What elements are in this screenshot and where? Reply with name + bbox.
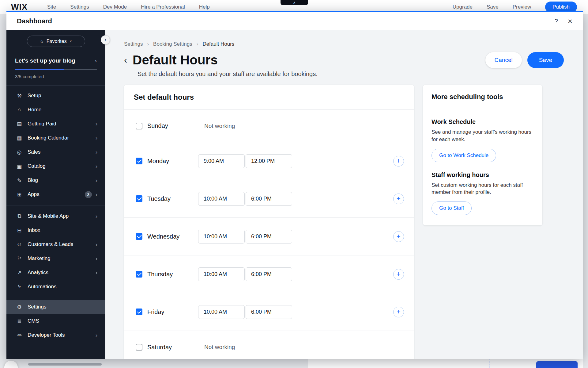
sidebar-item-setup[interactable]: ⚒ Setup <box>6 89 105 103</box>
end-time-input[interactable] <box>246 267 292 281</box>
end-time-input[interactable] <box>246 305 292 319</box>
chevron-right-icon: › <box>96 177 97 184</box>
saturday-checkbox[interactable] <box>136 344 142 351</box>
sunday-checkbox[interactable] <box>136 123 142 129</box>
time-range <box>198 230 292 243</box>
hours-row-thursday: Thursday + <box>124 255 414 293</box>
favorites-button[interactable]: ☆ Favorites ∨ <box>27 36 85 47</box>
sidebar-item-catalog[interactable]: ▣ Catalog › <box>6 159 105 173</box>
sidebar-item-label: Marketing <box>28 255 51 262</box>
friday-checkbox[interactable] <box>136 309 142 315</box>
add-time-slot-button[interactable]: + <box>393 156 404 167</box>
upgrade-link[interactable]: Upgrade <box>453 4 473 10</box>
sidebar-item-getting-paid[interactable]: ▤ Getting Paid › <box>6 117 105 131</box>
editor-menu-help[interactable]: Help <box>199 4 210 10</box>
modal-header: Dashboard ? × <box>6 12 583 30</box>
time-range <box>198 267 292 281</box>
help-icon[interactable]: ? <box>555 18 558 25</box>
sidebar-item-site-mobile-app[interactable]: ⧉ Site & Mobile App › <box>6 209 105 223</box>
sidebar-item-sales[interactable]: ◎ Sales › <box>6 145 105 159</box>
sidebar-item-home[interactable]: ⌂ Home <box>6 103 105 117</box>
start-time-input[interactable] <box>198 192 245 206</box>
section-body: See and manage your staff's working hour… <box>432 128 534 143</box>
editor-menu-site[interactable]: Site <box>47 4 56 10</box>
monday-checkbox[interactable] <box>136 158 142 164</box>
help-bubble[interactable] <box>4 361 18 368</box>
chevron-right-icon: › <box>96 332 97 339</box>
go-to-work-schedule-button[interactable]: Go to Work Schedule <box>432 149 496 162</box>
start-time-input[interactable] <box>198 305 245 319</box>
wix-logo: WIX <box>11 2 28 12</box>
editor-menu-dev-mode[interactable]: Dev Mode <box>103 4 127 10</box>
thursday-checkbox[interactable] <box>136 271 142 278</box>
save-link[interactable]: Save <box>487 4 499 10</box>
sidebar-item-settings[interactable]: ⚙ Settings <box>6 300 105 314</box>
close-icon[interactable]: × <box>568 17 572 25</box>
sidebar-item-customers-leads[interactable]: ☺ Customers & Leads › <box>6 237 105 251</box>
sidebar-item-label: Customers & Leads <box>28 241 73 247</box>
code-icon: </> <box>16 333 23 337</box>
staff-hours-section: Staff working hours Set custom working h… <box>423 162 542 215</box>
hours-card-title: Set default hours <box>124 85 414 110</box>
end-time-input[interactable] <box>246 154 292 168</box>
sidebar-item-apps[interactable]: ⊞ Apps 3 › <box>6 187 105 201</box>
breadcrumb-settings[interactable]: Settings <box>124 41 143 47</box>
tuesday-checkbox[interactable] <box>136 195 142 202</box>
cards-row: Set default hours Sunday Not working Mon… <box>124 85 583 359</box>
hours-row-monday: Monday + <box>124 142 414 180</box>
sidebar-collapse-button[interactable]: ‹ <box>101 35 110 44</box>
sidebar-item-marketing[interactable]: ⚐ Marketing › <box>6 251 105 266</box>
save-button[interactable]: Save <box>527 52 564 68</box>
cancel-button[interactable]: Cancel <box>485 52 522 68</box>
section-heading: Work Schedule <box>432 118 534 125</box>
gear-icon: ⚙ <box>16 304 23 310</box>
work-schedule-section: Work Schedule See and manage your staff'… <box>423 109 542 162</box>
editor-menu-hire[interactable]: Hire a Professional <box>141 4 185 10</box>
automations-icon: ϟ <box>16 284 23 290</box>
add-time-slot-button[interactable]: + <box>393 307 404 317</box>
page-subtitle: Set the default hours you and your staff… <box>138 71 583 78</box>
start-time-input[interactable] <box>198 154 245 168</box>
not-working-status: Not working <box>204 123 235 129</box>
breadcrumb-booking-settings[interactable]: Booking Settings <box>153 41 192 47</box>
start-time-input[interactable] <box>198 267 245 281</box>
add-time-slot-button[interactable]: + <box>393 194 404 204</box>
go-to-staff-button[interactable]: Go to Staff <box>432 201 472 215</box>
chevron-down-icon: ∨ <box>70 39 72 43</box>
modal-header-icons: ? × <box>555 17 572 25</box>
day-label: Wednesday <box>147 233 198 240</box>
sidebar-item-label: CMS <box>28 318 39 324</box>
hours-row-wednesday: Wednesday + <box>124 218 414 255</box>
sidebar-item-label: Blog <box>28 177 38 183</box>
sidebar-item-cms[interactable]: ≣ CMS <box>6 314 105 328</box>
catalog-icon: ▣ <box>16 163 23 170</box>
inbox-icon: ⊟ <box>16 227 23 234</box>
start-time-input[interactable] <box>198 230 245 243</box>
add-time-slot-button[interactable]: + <box>393 269 404 280</box>
end-time-input[interactable] <box>246 192 292 206</box>
apps-icon: ⊞ <box>16 191 23 198</box>
collapse-topbar-tab[interactable]: ∧ <box>281 0 308 5</box>
preview-link[interactable]: Preview <box>513 4 531 10</box>
sales-icon: ◎ <box>16 149 23 155</box>
add-time-slot-button[interactable]: + <box>393 231 404 242</box>
sidebar-item-blog[interactable]: ✎ Blog › <box>6 173 105 187</box>
horizontal-scrollbar[interactable] <box>28 363 102 366</box>
day-label: Thursday <box>147 271 198 278</box>
sidebar-item-automations[interactable]: ϟ Automations <box>6 280 105 294</box>
wednesday-checkbox[interactable] <box>136 233 142 240</box>
sidebar-item-inbox[interactable]: ⊟ Inbox <box>6 223 105 237</box>
editor-menu: Site Settings Dev Mode Hire a Profession… <box>47 4 210 10</box>
sidebar-item-analytics[interactable]: ↗ Analytics › <box>6 266 105 280</box>
editor-menu-settings[interactable]: Settings <box>70 4 89 10</box>
sidebar-item-label: Developer Tools <box>28 332 65 338</box>
sidebar-item-developer-tools[interactable]: </> Developer Tools › <box>6 328 105 342</box>
hours-row-tuesday: Tuesday + <box>124 180 414 218</box>
customers-icon: ☺ <box>16 241 23 247</box>
sidebar-divider <box>6 205 105 205</box>
settings-content: Settings › Booking Settings › Default Ho… <box>105 30 583 359</box>
end-time-input[interactable] <box>246 230 292 243</box>
blog-setup-banner[interactable]: Let's set up your blog › 3/5 completed <box>6 52 105 86</box>
sidebar-item-booking-calendar[interactable]: ▦ Booking Calendar › <box>6 131 105 145</box>
back-button[interactable]: ‹ <box>124 56 127 65</box>
